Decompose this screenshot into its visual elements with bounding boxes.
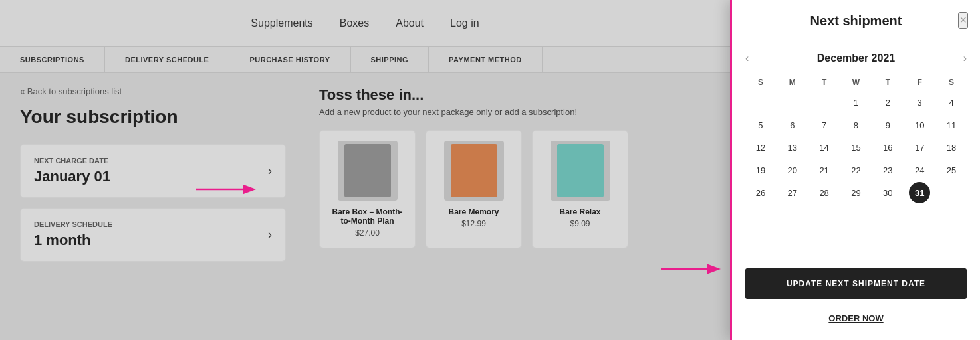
- subnav-delivery[interactable]: DELIVERY SCHEDULE: [105, 47, 229, 72]
- product-image-1: [444, 141, 504, 201]
- cal-header-tue: T: [809, 74, 840, 90]
- delivery-label: DELIVERY SCHEDULE: [34, 220, 112, 228]
- panel-header: Next shipment ×: [732, 0, 980, 42]
- cal-day-27[interactable]: 27: [782, 182, 803, 203]
- product-price-1: $12.99: [436, 219, 511, 228]
- main-content: « Back to subscriptions list Your subscr…: [0, 73, 730, 340]
- cal-day-15[interactable]: 15: [845, 137, 866, 158]
- nav-boxes[interactable]: Boxes: [340, 17, 369, 29]
- cal-day-23[interactable]: 23: [877, 159, 898, 181]
- cal-day-30[interactable]: 30: [877, 182, 898, 203]
- subnav-history[interactable]: PURCHASE HISTORY: [229, 47, 350, 72]
- cal-day-empty: [782, 92, 803, 113]
- calendar-next-button[interactable]: ›: [963, 52, 967, 64]
- cal-header-sun: S: [745, 74, 776, 90]
- cal-header-sat: S: [936, 74, 967, 90]
- cal-day-20[interactable]: 20: [782, 159, 803, 181]
- cal-day-8[interactable]: 8: [845, 114, 866, 135]
- cal-day-29[interactable]: 29: [845, 182, 866, 203]
- cal-day-26[interactable]: 26: [750, 182, 771, 203]
- top-navigation: Supplements Boxes About Log in: [0, 0, 730, 46]
- cal-day-19[interactable]: 19: [750, 159, 771, 181]
- next-charge-label: NEXT CHARGE DATE: [34, 157, 110, 165]
- cal-day-empty: [941, 182, 962, 203]
- cal-day-21[interactable]: 21: [814, 159, 835, 181]
- cal-header-wed: W: [841, 74, 872, 90]
- cal-day-13[interactable]: 13: [782, 137, 803, 158]
- calendar-month: December 2021: [817, 52, 895, 64]
- sub-navigation: SUBSCRIPTIONS DELIVERY SCHEDULE PURCHASE…: [0, 46, 730, 73]
- delivery-info: DELIVERY SCHEDULE 1 month: [34, 220, 112, 249]
- cal-day-6[interactable]: 6: [782, 114, 803, 135]
- delivery-value: 1 month: [34, 232, 112, 249]
- nav-login[interactable]: Log in: [450, 17, 479, 29]
- next-shipment-panel: Next shipment × ‹ December 2021 › S M T …: [730, 0, 980, 340]
- calendar-grid: S M T W T F S 1 2 3 4 5 6 7 8 9 10 11 12: [745, 74, 967, 203]
- product-card-1[interactable]: Bare Memory $12.99: [426, 130, 522, 248]
- product-card-0[interactable]: Bare Box – Month-to-Month Plan $27.00: [319, 130, 416, 248]
- right-panel: Toss these in... Add a new product to yo…: [306, 73, 730, 340]
- product-image-2: [551, 141, 610, 201]
- next-charge-arrow-icon: ›: [268, 164, 272, 178]
- next-charge-info: NEXT CHARGE DATE January 01: [34, 157, 110, 185]
- product-price-0: $27.00: [330, 228, 405, 238]
- products-grid: Bare Box – Month-to-Month Plan $27.00 Ba…: [319, 130, 717, 248]
- cal-day-10[interactable]: 10: [909, 114, 930, 135]
- cal-day-11[interactable]: 11: [941, 114, 962, 135]
- cal-day-7[interactable]: 7: [814, 114, 835, 135]
- cal-day-5[interactable]: 5: [750, 114, 771, 135]
- calendar: ‹ December 2021 › S M T W T F S 1 2 3 4 …: [732, 42, 980, 258]
- cal-day-18[interactable]: 18: [941, 137, 962, 158]
- product-card-2[interactable]: Bare Relax $9.09: [532, 130, 628, 248]
- subnav-subscriptions[interactable]: SUBSCRIPTIONS: [0, 47, 105, 72]
- nav-supplements[interactable]: Supplements: [251, 17, 312, 29]
- calendar-header: ‹ December 2021 ›: [745, 52, 967, 64]
- panel-title: Next shipment: [745, 13, 967, 29]
- cal-day-9[interactable]: 9: [877, 114, 898, 135]
- cal-day-28[interactable]: 28: [814, 182, 835, 203]
- panel-footer: UPDATE NEXT SHIPMENT DATE ORDER NOW: [732, 258, 980, 340]
- left-panel: « Back to subscriptions list Your subscr…: [0, 73, 306, 340]
- cal-day-16[interactable]: 16: [877, 137, 898, 158]
- product-name-2: Bare Relax: [543, 207, 618, 216]
- back-link[interactable]: « Back to subscriptions list: [20, 86, 286, 96]
- next-charge-value: January 01: [34, 168, 110, 185]
- cal-header-fri: F: [904, 74, 935, 90]
- cal-day-24[interactable]: 24: [909, 159, 930, 181]
- products-subtitle: Add a new product to your next package o…: [319, 107, 717, 117]
- subnav-payment[interactable]: PAYMENT METHOD: [429, 47, 543, 72]
- cal-header-thu: T: [872, 74, 903, 90]
- cal-day-3[interactable]: 3: [909, 92, 930, 113]
- cal-day-14[interactable]: 14: [814, 137, 835, 158]
- cal-day-empty: [814, 92, 835, 113]
- cal-day-22[interactable]: 22: [845, 159, 866, 181]
- cal-day-empty: [750, 92, 771, 113]
- cal-day-25[interactable]: 25: [941, 159, 962, 181]
- panel-close-button[interactable]: ×: [958, 12, 968, 29]
- nav-about[interactable]: About: [396, 17, 424, 29]
- cal-day-1[interactable]: 1: [845, 92, 866, 113]
- update-shipment-button[interactable]: UPDATE NEXT SHIPMENT DATE: [745, 268, 967, 299]
- cal-day-2[interactable]: 2: [877, 92, 898, 113]
- cal-header-mon: M: [777, 74, 808, 90]
- subnav-shipping[interactable]: SHIPPING: [351, 47, 429, 72]
- cal-day-17[interactable]: 17: [909, 137, 930, 158]
- delivery-schedule-card[interactable]: DELIVERY SCHEDULE 1 month ›: [20, 208, 286, 262]
- next-charge-card[interactable]: NEXT CHARGE DATE January 01 ›: [20, 144, 286, 198]
- calendar-prev-button[interactable]: ‹: [745, 52, 749, 64]
- page-title: Your subscription: [20, 106, 286, 128]
- order-now-button[interactable]: ORDER NOW: [745, 307, 967, 330]
- cal-day-12[interactable]: 12: [750, 137, 771, 158]
- product-image-0: [338, 141, 398, 201]
- products-title: Toss these in...: [319, 86, 717, 104]
- product-price-2: $9.09: [543, 219, 618, 228]
- product-name-0: Bare Box – Month-to-Month Plan: [330, 207, 405, 226]
- product-name-1: Bare Memory: [436, 207, 511, 216]
- delivery-arrow-icon: ›: [268, 228, 272, 242]
- cal-day-4[interactable]: 4: [941, 92, 962, 113]
- cal-day-31[interactable]: 31: [909, 182, 930, 203]
